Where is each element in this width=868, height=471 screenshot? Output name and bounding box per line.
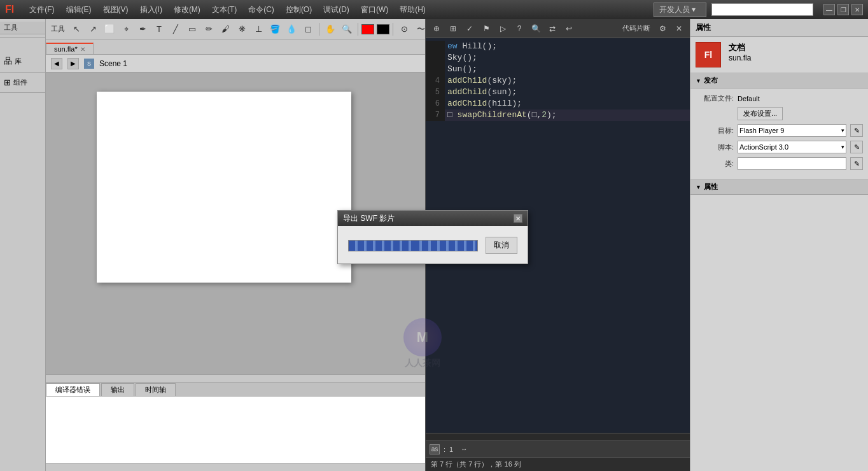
- export-dialog-titlebar: 导出 SWF 影片 ✕: [338, 211, 528, 226]
- code-tool-settings[interactable]: ⚙: [655, 22, 669, 36]
- class-input[interactable]: [738, 157, 846, 170]
- menu-command[interactable]: 命令(C): [243, 3, 279, 17]
- tool-pencil[interactable]: ✏: [201, 22, 216, 37]
- properties-section-header[interactable]: ▼ 属性: [690, 179, 868, 195]
- class-edit-button[interactable]: ✎: [850, 157, 863, 170]
- code-tool-nav[interactable]: ↩: [562, 22, 576, 36]
- sidebar-library-section: 品 库: [0, 50, 45, 73]
- code-tool-format[interactable]: ⊞: [446, 22, 460, 36]
- tab-output[interactable]: 输出: [101, 383, 134, 396]
- code-bottom-btn[interactable]: ↔: [457, 442, 471, 456]
- restore-button[interactable]: ❐: [837, 4, 849, 15]
- tool-hand[interactable]: ✋: [323, 22, 338, 37]
- publish-section-header[interactable]: ▼ 发布: [690, 73, 868, 88]
- progress-bar-left: [349, 241, 413, 251]
- close-button[interactable]: ✕: [851, 4, 863, 15]
- tool-arrow[interactable]: ↖: [69, 22, 84, 37]
- tool-pen[interactable]: ✒: [135, 22, 150, 37]
- tool-snap-to-object[interactable]: ⊙: [396, 22, 412, 37]
- menu-edit[interactable]: 编辑(E): [61, 3, 97, 17]
- script-edit-button[interactable]: ✎: [850, 141, 863, 153]
- code-snippet-label: 代码片断: [622, 24, 650, 33]
- code-tool-search[interactable]: 🔍: [529, 22, 543, 36]
- tab-compiler-errors[interactable]: 编译器错误: [46, 383, 100, 396]
- code-tool-target[interactable]: ⊕: [430, 22, 444, 36]
- tool-line[interactable]: ╱: [168, 22, 183, 37]
- document-icon: Fl: [696, 42, 721, 67]
- code-tool-check[interactable]: ✓: [463, 22, 477, 36]
- tools-label: 工具: [0, 22, 45, 34]
- search-input[interactable]: [711, 3, 813, 16]
- menu-window[interactable]: 窗口(W): [356, 3, 393, 17]
- back-button[interactable]: ◀: [51, 58, 62, 69]
- tool-lasso[interactable]: ⌖: [118, 22, 134, 37]
- tool-bone[interactable]: ⊥: [251, 22, 266, 37]
- export-dialog-title: 导出 SWF 影片: [343, 213, 395, 224]
- code-line-3: Sun();: [426, 64, 690, 75]
- menu-view[interactable]: 视图(V): [98, 3, 134, 17]
- menu-control[interactable]: 控制(O): [281, 3, 317, 17]
- code-horizontal-scrollbar[interactable]: [426, 433, 690, 440]
- forward-button[interactable]: ▶: [67, 58, 79, 69]
- menu-modify[interactable]: 修改(M): [169, 3, 206, 17]
- right-panel-header: 属性: [690, 19, 868, 37]
- code-tool-step[interactable]: ▷: [496, 22, 510, 36]
- tool-freeform[interactable]: ⬜: [102, 22, 117, 37]
- doc-info: 文档 sun.fla: [729, 42, 751, 62]
- cancel-button[interactable]: 取消: [486, 237, 517, 254]
- menu-file[interactable]: 文件(F): [24, 3, 59, 17]
- components-icon: ⊞: [4, 78, 11, 87]
- target-value: Flash Player 9: [739, 127, 784, 134]
- tab-close-button[interactable]: ✕: [80, 46, 85, 53]
- tool-eyedrop[interactable]: 💧: [284, 22, 299, 37]
- right-panel: 属性 Fl 文档 sun.fla ▼ 发布 配置文件: Default: [690, 19, 868, 471]
- menu-help[interactable]: 帮助(H): [395, 3, 431, 17]
- tool-brush[interactable]: 🖌: [218, 22, 233, 37]
- minimize-button[interactable]: —: [823, 4, 835, 15]
- fill-color-swatch[interactable]: [377, 24, 389, 34]
- stroke-color-swatch[interactable]: [361, 24, 374, 34]
- left-sidebar: 工具 品 库 ⊞ 组件: [0, 19, 46, 471]
- class-label: 类:: [696, 159, 734, 169]
- tool-text[interactable]: T: [151, 22, 167, 37]
- menu-insert[interactable]: 插入(I): [135, 3, 167, 17]
- line-indicator: :: [444, 446, 445, 453]
- toolbar-sep-1: [319, 23, 319, 36]
- script-dropdown[interactable]: ActionScript 3.0 ▾: [738, 141, 846, 153]
- target-edit-button[interactable]: ✎: [850, 124, 863, 137]
- code-tool-close[interactable]: ✕: [672, 22, 686, 36]
- tool-rect[interactable]: ▭: [185, 22, 200, 37]
- publish-settings-button[interactable]: 发布设置...: [738, 107, 783, 120]
- tool-paint[interactable]: 🪣: [267, 22, 283, 37]
- sidebar-item-components[interactable]: ⊞ 组件: [0, 75, 45, 90]
- tab-sun-fla[interactable]: sun.fla* ✕: [46, 43, 94, 54]
- code-line-5: 5 addChild(sun);: [426, 87, 690, 98]
- code-tool-replace[interactable]: ⇄: [545, 22, 559, 36]
- publish-content: 配置文件: Default 发布设置... 目标: Flash Player 9…: [690, 88, 868, 179]
- export-dialog-close[interactable]: ✕: [514, 214, 522, 223]
- tool-erase[interactable]: ◻: [300, 22, 316, 37]
- export-dialog: 导出 SWF 影片 ✕ 取消: [337, 210, 528, 264]
- tool-deco[interactable]: ❋: [234, 22, 249, 37]
- script-row: 脚本: ActionScript 3.0 ▾ ✎: [696, 141, 863, 153]
- sidebar-item-library[interactable]: 品 库: [0, 53, 45, 69]
- tool-subselect[interactable]: ↗: [85, 22, 101, 37]
- script-dropdown-arrow: ▾: [841, 144, 844, 150]
- toolbar-sep-3: [393, 23, 393, 36]
- doc-title: 文档: [729, 42, 751, 53]
- tab-timeline[interactable]: 时间轴: [136, 383, 176, 396]
- code-tool-debug[interactable]: ⚑: [479, 22, 493, 36]
- dev-dropdown[interactable]: 开发人员 ▾: [654, 3, 706, 17]
- title-bar: Fl 文件(F) 编辑(E) 视图(V) 插入(I) 修改(M) 文本(T) 命…: [0, 0, 868, 19]
- collapse-icon: ▼: [696, 78, 701, 84]
- properties-section-label: 属性: [704, 182, 718, 192]
- menu-debug[interactable]: 调试(D): [318, 3, 354, 17]
- menu-text[interactable]: 文本(T): [207, 3, 242, 17]
- progress-bar-right: [413, 241, 477, 251]
- tool-zoom[interactable]: 🔍: [339, 22, 354, 37]
- properties-title: 属性: [696, 22, 711, 33]
- code-tool-help[interactable]: ?: [512, 22, 526, 36]
- target-dropdown[interactable]: Flash Player 9 ▾: [738, 124, 846, 137]
- target-row: 目标: Flash Player 9 ▾ ✎: [696, 124, 863, 137]
- code-status-text: 第 7 行（共 7 行），第 16 列: [431, 460, 521, 469]
